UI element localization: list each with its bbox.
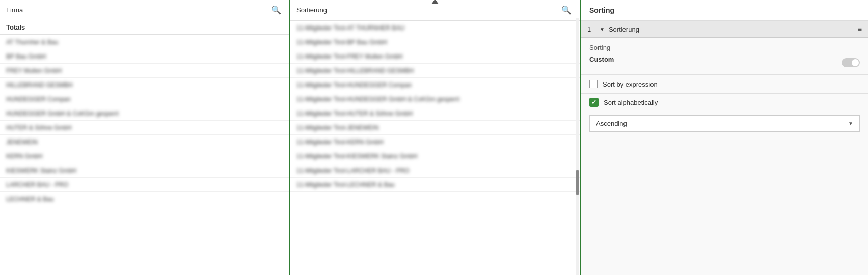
sort-item-row[interactable]: 1 ▼ Sortierung ≡	[581, 21, 868, 38]
ascending-row: Ascending ▼	[581, 111, 868, 136]
sort-arrow-icon	[431, 0, 439, 4]
sorting-label: Sorting	[589, 44, 860, 51]
list-item: 11-Mitglieder Tirol-LECHNER & Bau	[290, 178, 580, 192]
totals-label: Totals	[6, 23, 25, 31]
firma-rows: AT Thurnher & Bau BP Bau GmbH FREY Multe…	[0, 35, 289, 275]
sortierung-rows: 11-Mitglieder Tirol-AT THURNHER BAU 11-M…	[290, 21, 580, 275]
totals-row: Totals	[0, 20, 289, 35]
list-item: 11-Mitglieder Tirol-HUTER & Söhne GmbH 1…	[290, 106, 580, 121]
sort-number: 1	[587, 25, 595, 33]
sort-expression-label: Sort by expression	[603, 80, 658, 88]
list-item: 11-Mitglieder Tirol-BP Bau GmbH	[290, 35, 580, 49]
list-item: 11-Mitglieder Tirol-HILLEBRAND GESMBH	[290, 64, 580, 78]
list-item: HUNDEGGER Compan	[0, 92, 289, 106]
ascending-label: Ascending	[596, 120, 627, 127]
hamburger-icon[interactable]: ≡	[858, 25, 862, 33]
dropdown-arrow-icon: ▼	[848, 121, 853, 126]
list-item: JENEWEIN	[0, 135, 289, 149]
custom-toggle[interactable]	[842, 58, 860, 67]
sort-alpha-label: Sort alphabetically	[604, 99, 658, 106]
search-icon: 🔍	[271, 6, 281, 14]
list-item: 11-Mitglieder Tirol-KERN GmbH	[290, 135, 580, 149]
list-item: 11-Mitglieder Tirol-AT THURNHER BAU	[290, 21, 580, 35]
sort-direction-icon: ▼	[600, 26, 605, 32]
sort-expression-row: Sort by expression	[581, 75, 868, 93]
firma-header: Firma 🔍	[0, 0, 289, 20]
sortierung-title: Sortierung	[296, 6, 327, 14]
list-item: 11-Mitglieder Tirol-LARCHER BAU - PRO	[290, 163, 580, 178]
sorting-header-title: Sorting	[589, 6, 614, 14]
list-item: HUTER & Söhne GmbH	[0, 121, 289, 135]
custom-toggle-row: Custom	[589, 53, 860, 71]
list-item: 11-Mitglieder Tirol-FREY Multen GmbH	[290, 49, 580, 64]
ascending-dropdown[interactable]: Ascending ▼	[589, 115, 860, 132]
firma-panel: Firma 🔍 Totals AT Thurnher & Bau BP Bau …	[0, 0, 290, 275]
list-item: 11-Mitglieder Tirol-HUNDEGGER GmbH & CoK…	[290, 92, 580, 106]
list-item: 11-Mitglieder Tirol-HUNDEGGER Compan	[290, 78, 580, 92]
list-item: BP Bau GmbH	[0, 49, 289, 64]
main-container: Firma 🔍 Totals AT Thurnher & Bau BP Bau …	[0, 0, 868, 275]
scrollbar-track	[576, 18, 579, 275]
sort-expression-checkbox[interactable]	[589, 80, 598, 88]
list-item: HUNDEGGER GmbH & CoKGm gesperrt	[0, 106, 289, 121]
firma-title: Firma	[6, 6, 23, 14]
sortierung-header: Sortierung 🔍	[290, 0, 580, 20]
sorting-section: Sorting Custom	[581, 38, 868, 74]
sort-alpha-checkbox[interactable]	[589, 98, 599, 107]
sortierung-panel: Sortierung 🔍 11-Mitglieder Tirol-AT THUR…	[290, 0, 581, 275]
sorting-panel-header: Sorting	[581, 0, 868, 21]
list-item: KERN GmbH	[0, 149, 289, 163]
firma-search-button[interactable]: 🔍	[269, 4, 283, 16]
scrollbar-thumb[interactable]	[576, 170, 579, 195]
list-item: 11-Mitglieder Tirol-KIESWERK Stainz GmbH	[290, 149, 580, 163]
sortierung-search-button[interactable]: 🔍	[559, 4, 574, 16]
list-item: AT Thurnher & Bau	[0, 35, 289, 49]
custom-label: Custom	[589, 56, 614, 63]
list-item: 11-Mitglieder Tirol-JENEWEIN	[290, 121, 580, 135]
sort-field-name: Sortierung	[609, 25, 854, 33]
search-icon: 🔍	[561, 6, 572, 14]
list-item: FREY Multen GmbH	[0, 64, 289, 78]
list-item: LECHNER & Bau	[0, 192, 289, 206]
list-item: KIESWERK Stainz GmbH	[0, 163, 289, 178]
sort-alpha-row: Sort alphabetically	[581, 94, 868, 111]
list-item: LARCHER BAU - PRO	[0, 178, 289, 192]
list-item: HILLEBRAND GESMBH	[0, 78, 289, 92]
sorting-config-panel: Sorting 1 ▼ Sortierung ≡ Sorting Custom …	[581, 0, 868, 275]
